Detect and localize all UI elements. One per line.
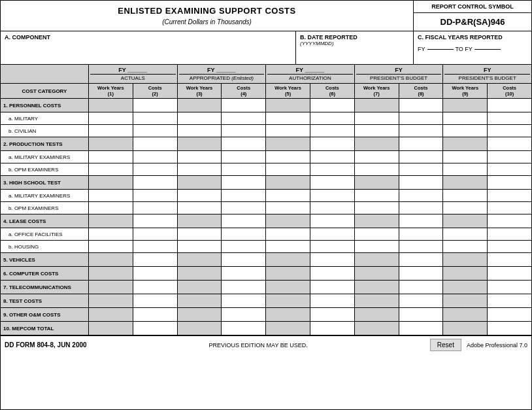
data-cell[interactable] (488, 112, 531, 124)
data-cell[interactable] (399, 99, 443, 112)
data-cell[interactable] (266, 112, 310, 124)
data-cell[interactable] (488, 281, 531, 294)
data-cell[interactable] (178, 294, 222, 307)
data-cell[interactable] (266, 308, 310, 321)
data-cell[interactable] (399, 294, 443, 307)
data-cell[interactable] (443, 176, 488, 189)
data-cell[interactable] (222, 241, 265, 252)
data-cell[interactable] (89, 214, 133, 228)
data-cell[interactable] (443, 125, 488, 137)
data-cell[interactable] (222, 281, 265, 294)
data-cell[interactable] (133, 125, 177, 137)
data-cell[interactable] (266, 294, 310, 307)
data-cell[interactable] (178, 190, 222, 201)
data-cell[interactable] (178, 176, 222, 189)
data-cell[interactable] (310, 163, 354, 175)
data-cell[interactable] (488, 294, 531, 307)
data-cell[interactable] (488, 151, 531, 163)
data-cell[interactable] (266, 137, 310, 150)
data-cell[interactable] (178, 112, 222, 124)
data-cell[interactable] (488, 308, 531, 321)
data-cell[interactable] (355, 322, 399, 335)
data-cell[interactable] (133, 176, 177, 189)
data-cell[interactable] (178, 281, 222, 294)
data-cell[interactable] (178, 151, 222, 163)
data-cell[interactable] (443, 151, 488, 163)
data-cell[interactable] (488, 163, 531, 175)
data-cell[interactable] (488, 137, 531, 150)
data-cell[interactable] (399, 228, 443, 240)
data-cell[interactable] (399, 190, 443, 201)
data-cell[interactable] (266, 190, 310, 201)
data-cell[interactable] (310, 214, 354, 228)
data-cell[interactable] (488, 228, 531, 240)
data-cell[interactable] (89, 228, 133, 240)
data-cell[interactable] (266, 151, 310, 163)
data-cell[interactable] (399, 267, 443, 280)
data-cell[interactable] (89, 322, 133, 335)
data-cell[interactable] (222, 294, 265, 307)
data-cell[interactable] (266, 163, 310, 175)
data-cell[interactable] (310, 253, 354, 266)
data-cell[interactable] (399, 322, 443, 335)
data-cell[interactable] (310, 151, 354, 163)
data-cell[interactable] (310, 228, 354, 240)
data-cell[interactable] (89, 112, 133, 124)
data-cell[interactable] (310, 281, 354, 294)
data-cell[interactable] (178, 228, 222, 240)
data-cell[interactable] (222, 202, 265, 214)
data-cell[interactable] (355, 151, 399, 163)
data-cell[interactable] (133, 281, 177, 294)
data-cell[interactable] (89, 137, 133, 150)
data-cell[interactable] (222, 308, 265, 321)
data-cell[interactable] (355, 99, 399, 112)
data-cell[interactable] (488, 267, 531, 280)
data-cell[interactable] (222, 253, 265, 266)
data-cell[interactable] (355, 112, 399, 124)
data-cell[interactable] (488, 190, 531, 201)
data-cell[interactable] (355, 281, 399, 294)
data-cell[interactable] (488, 322, 531, 335)
data-cell[interactable] (222, 112, 265, 124)
data-cell[interactable] (355, 125, 399, 137)
data-cell[interactable] (443, 163, 488, 175)
data-cell[interactable] (89, 308, 133, 321)
data-cell[interactable] (310, 176, 354, 189)
data-cell[interactable] (443, 214, 488, 228)
data-cell[interactable] (399, 281, 443, 294)
data-cell[interactable] (178, 308, 222, 321)
data-cell[interactable] (222, 322, 265, 335)
data-cell[interactable] (178, 241, 222, 252)
data-cell[interactable] (399, 125, 443, 137)
data-cell[interactable] (89, 267, 133, 280)
data-cell[interactable] (399, 163, 443, 175)
data-cell[interactable] (399, 202, 443, 214)
data-cell[interactable] (399, 151, 443, 163)
data-cell[interactable] (89, 190, 133, 201)
data-cell[interactable] (222, 163, 265, 175)
data-cell[interactable] (399, 112, 443, 124)
data-cell[interactable] (443, 228, 488, 240)
data-cell[interactable] (399, 137, 443, 150)
data-cell[interactable] (443, 112, 488, 124)
data-cell[interactable] (355, 253, 399, 266)
data-cell[interactable] (133, 112, 177, 124)
data-cell[interactable] (222, 137, 265, 150)
data-cell[interactable] (310, 99, 354, 112)
data-cell[interactable] (133, 163, 177, 175)
data-cell[interactable] (488, 202, 531, 214)
data-cell[interactable] (443, 202, 488, 214)
data-cell[interactable] (310, 137, 354, 150)
data-cell[interactable] (488, 176, 531, 189)
data-cell[interactable] (488, 125, 531, 137)
data-cell[interactable] (89, 294, 133, 307)
data-cell[interactable] (310, 322, 354, 335)
data-cell[interactable] (310, 202, 354, 214)
data-cell[interactable] (266, 241, 310, 252)
data-cell[interactable] (266, 322, 310, 335)
data-cell[interactable] (355, 176, 399, 189)
data-cell[interactable] (443, 281, 488, 294)
data-cell[interactable] (399, 253, 443, 266)
data-cell[interactable] (89, 163, 133, 175)
data-cell[interactable] (133, 267, 177, 280)
